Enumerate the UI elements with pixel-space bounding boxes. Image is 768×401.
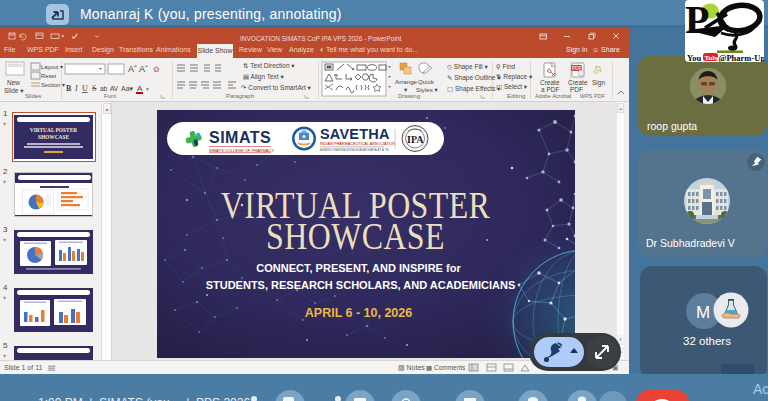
svg-text:You: You: [687, 53, 701, 63]
svg-text:B: B: [66, 84, 72, 93]
svg-text:Aa▾: Aa▾: [121, 85, 134, 92]
svg-text:@Pharm-Up: @Pharm-Up: [719, 53, 765, 63]
svg-text:▤ Align Text ▾: ▤ Align Text ▾: [243, 73, 284, 81]
svg-text:↷ Convert to SmartArt ▾: ↷ Convert to SmartArt ▾: [241, 84, 311, 91]
svg-text:IPA: IPA: [407, 134, 424, 145]
svg-text:PDF: PDF: [570, 86, 583, 93]
svg-text:INDIAN PHARMACEUTICAL ASSOCIAT: INDIAN PHARMACEUTICAL ASSOCIATION: [320, 142, 396, 146]
svg-text:◇ Shape Fill ▾: ◇ Shape Fill ▾: [447, 63, 489, 71]
svg-text:⇅ Text Direction ▾: ⇅ Text Direction ▾: [243, 62, 295, 69]
svg-text:◫ Select ▾: ◫ Select ▾: [496, 83, 528, 90]
svg-text:Reset: Reset: [41, 73, 57, 79]
svg-text:Slide ▾: Slide ▾: [4, 87, 24, 94]
svg-text:ARARKONARKA MIRAGRAVAKHARA AT: ARARKONARKA MIRAGRAVAKHARA AT A TE: [320, 148, 390, 152]
svg-text:S: S: [92, 84, 96, 93]
svg-text:SIMATS: SIMATS: [209, 129, 271, 146]
svg-text:Tube: Tube: [705, 54, 720, 62]
svg-text:▢ Shape Effects ▾: ▢ Shape Effects ▾: [447, 85, 501, 93]
svg-text:Layout ▾: Layout ▾: [41, 64, 63, 70]
svg-text:Create: Create: [568, 79, 588, 86]
svg-text:I: I: [74, 84, 78, 93]
svg-text:INVOCATION SIMATS CoP IPA VPS: INVOCATION SIMATS CoP IPA VPS 2026 - Pow…: [240, 35, 402, 42]
svg-text:Create: Create: [540, 79, 560, 86]
svg-text:Arrange: Arrange: [395, 78, 418, 85]
svg-text:P: P: [685, 0, 709, 42]
svg-text:M: M: [696, 303, 710, 322]
svg-text:⚲ Find: ⚲ Find: [496, 63, 516, 70]
svg-text:▾: ▾: [404, 86, 408, 93]
svg-text:Styles ▾: Styles ▾: [416, 86, 439, 93]
svg-text:Quick: Quick: [418, 78, 435, 85]
svg-text:Section ▾: Section ▾: [41, 82, 65, 88]
svg-text:SAVETHA: SAVETHA: [320, 126, 390, 142]
svg-text:SIMATS COLLEGE OF PHARMACY: SIMATS COLLEGE OF PHARMACY: [209, 148, 274, 153]
svg-text:Aˆ Aˇ: Aˆ Aˇ: [128, 64, 148, 74]
svg-text:New: New: [7, 79, 20, 86]
svg-text:▾: ▾: [146, 86, 149, 92]
svg-text:U: U: [82, 84, 88, 93]
svg-text:ab: ab: [100, 85, 108, 92]
svg-text:✎ Shape Outline ▾: ✎ Shape Outline ▾: [447, 74, 501, 82]
svg-text:✿: ✿: [153, 65, 160, 74]
svg-text:a PDF: a PDF: [541, 86, 559, 93]
svg-text:Sign: Sign: [592, 79, 605, 87]
svg-text:⇅ Replace ▾: ⇅ Replace ▾: [496, 73, 533, 81]
svg-text:32 others: 32 others: [683, 335, 731, 347]
svg-text:A: A: [137, 84, 143, 93]
svg-text:AV: AV: [110, 85, 119, 92]
